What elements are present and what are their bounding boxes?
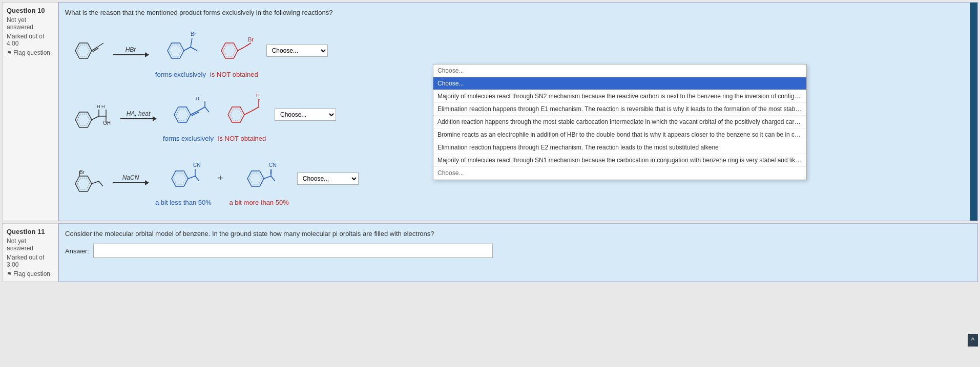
question-11-row: Question 11 Not yet answered Marked out … [2,223,978,282]
dropdown-opt-4[interactable]: Bromine reacts as an electrophile in add… [433,128,806,141]
svg-marker-16 [75,112,92,127]
svg-text:OH: OH [103,120,111,126]
svg-marker-25 [174,107,191,122]
dropdown-opt-2[interactable]: Elimination reaction happens through E1 … [433,103,806,116]
dropdown-1[interactable]: Choose... [266,45,328,57]
svg-marker-33 [228,107,244,122]
svg-text:H: H [256,93,260,98]
q11-flag[interactable]: ⚑ Flag question [7,270,54,277]
svg-text:Br: Br [248,36,254,42]
product-1-label: forms exclusively [155,71,206,78]
arrow-1 [113,54,149,55]
q10-sidebar: Question 10 Not yet answered Marked out … [2,2,58,221]
product-1: Br forms exclusively [155,23,206,78]
svg-line-13 [238,47,244,51]
svg-marker-41 [77,178,90,189]
svg-marker-11 [221,43,238,58]
product-3a: CN a bit less than 50% [155,150,212,206]
q10-marked: Marked out of 4.00 [7,33,54,47]
q11-status: Not yet answered [7,238,54,252]
svg-marker-6 [170,45,182,56]
dropdown-opt-1[interactable]: Majority of molecules react through SN2 … [433,90,806,103]
reactant-3: Br [65,156,106,202]
flag-icon-11: ⚑ [7,271,12,277]
dropdown-opt-selected[interactable]: Choose... [433,77,806,90]
dropdown-open-overlay: Choose... Choose... Majority of molecule… [433,64,807,180]
dropdown-2-container: Choose... [275,109,336,121]
svg-text:Br: Br [191,31,196,37]
q10-number: Question 10 [7,7,54,14]
svg-text:H H: H H [97,104,105,109]
arrow-3 [113,182,149,183]
svg-text:H: H [196,96,199,101]
svg-marker-52 [247,171,264,186]
not-obtained-1: Br is NOT obtained [210,23,258,78]
svg-marker-34 [230,109,242,120]
svg-line-35 [244,111,252,115]
dropdown-2[interactable]: Choose... [275,109,336,121]
dropdown-opt-5[interactable]: Elimination reaction happens through E2 … [433,141,806,154]
svg-marker-12 [223,45,236,56]
svg-text:CN: CN [193,162,200,168]
answer-input-11[interactable] [93,244,493,258]
svg-marker-5 [168,43,184,58]
scroll-indicator [970,3,977,221]
q10-content: What is the reason that the mentioned pr… [58,2,978,221]
q11-content: Consider the molecular orbital model of … [58,223,978,282]
flag-icon: ⚑ [7,50,12,56]
not-obtained-2: H is NOT obtained [218,87,266,142]
svg-line-4 [97,43,103,47]
answer-label-11: Answer: [65,247,89,255]
svg-marker-1 [77,45,90,56]
q10-flag[interactable]: ⚑ Flag question [7,49,54,56]
svg-point-58 [270,170,272,172]
svg-point-57 [270,172,272,174]
dropdown-opt-bottom[interactable]: Choose... [433,167,806,180]
q11-marked: Marked out of 3.00 [7,254,54,268]
product-2: H forms exclusively [163,87,214,142]
q11-sidebar: Question 11 Not yet answered Marked out … [2,223,58,282]
dropdown-opt-3[interactable]: Addition reaction happens through the mo… [433,116,806,128]
not-obtained-2-label: is NOT obtained [218,135,266,142]
plus-sign-3: + [218,173,223,184]
dropdown-3-container: Choose... [297,172,359,185]
arrow-2 [120,118,156,119]
svg-marker-40 [75,176,92,191]
reagent-arrow-2: HA, heat [118,110,159,119]
svg-line-55 [271,176,275,181]
q10-status: Not yet answered [7,16,54,31]
svg-marker-46 [172,171,188,186]
page-container: Question 10 Not yet answered Marked out … [0,0,980,284]
reagent-1-label: HBr [126,46,136,53]
product-3b: CN a bit more than 50% [229,150,288,206]
svg-line-7 [184,47,191,51]
reactant-1 [65,28,106,74]
svg-marker-26 [176,109,189,120]
q11-question-text: Consider the molecular orbital model of … [65,230,971,238]
svg-line-43 [99,181,103,186]
reagent-arrow-3: NaCN [110,174,151,183]
svg-text:CN: CN [269,162,276,168]
svg-line-30 [205,107,209,112]
not-obtained-1-label: is NOT obtained [210,71,258,78]
reagent-3-label: NaCN [122,174,139,181]
dropdown-opt-6[interactable]: Majority of molecules react through SN1 … [433,154,806,167]
svg-line-42 [92,181,99,184]
dropdown-3[interactable]: Choose... [297,172,359,185]
svg-line-8 [191,47,197,51]
svg-line-14 [244,43,251,47]
reactant-2: H H OH [65,92,114,138]
dropdown-1-container: Choose... [266,45,328,57]
q10-question-text: What is the reason that the mentioned pr… [65,9,971,16]
reagent-arrow-1: HBr [110,46,151,55]
svg-marker-0 [75,43,92,58]
dropdown-opt-placeholder[interactable]: Choose... [433,64,806,77]
reagent-2-label: HA, heat [127,110,151,117]
svg-marker-53 [249,173,262,184]
product-3b-label: a bit more than 50% [229,199,288,206]
svg-line-49 [195,176,199,181]
product-3a-label: a bit less than 50% [155,199,212,206]
svg-marker-17 [77,114,90,125]
svg-line-48 [188,176,195,179]
question-10-row: Question 10 Not yet answered Marked out … [2,2,978,221]
